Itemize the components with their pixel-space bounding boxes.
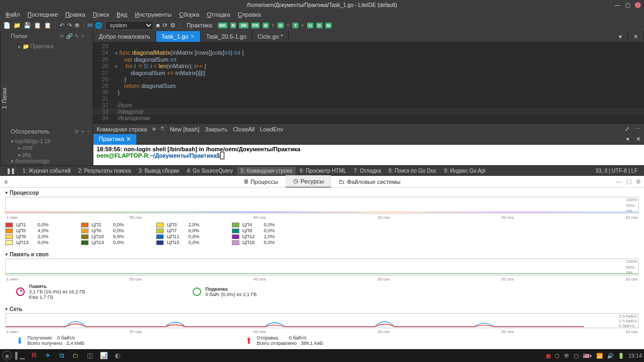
- tree-item[interactable]: ▸ cmd: [11, 144, 90, 151]
- vscode-icon[interactable]: ⧉: [56, 351, 68, 360]
- sm-tab-filesystems[interactable]: 🗀 Файловые системы: [331, 176, 408, 187]
- edit-icon[interactable]: ✎: [75, 33, 79, 39]
- sync2-icon[interactable]: ⟳: [75, 129, 79, 135]
- lang-icon[interactable]: 🇺🇸▾: [583, 353, 592, 359]
- mem-header[interactable]: Память и своп: [5, 250, 639, 258]
- liteide-icon[interactable]: ◫: [84, 351, 96, 360]
- settings-icon[interactable]: ✻: [75, 22, 79, 29]
- sm-tab-resources[interactable]: ◷ Ресурсы: [286, 175, 331, 188]
- menu-file[interactable]: Файл: [2, 10, 23, 19]
- proc-header[interactable]: Процессор: [5, 189, 639, 197]
- menu-recent[interactable]: Последние: [24, 10, 61, 19]
- menu-debug[interactable]: Отладка: [203, 10, 233, 19]
- copy-icon[interactable]: 📋: [34, 22, 41, 29]
- updates-icon[interactable]: ⬡: [555, 353, 560, 359]
- tab-welcome[interactable]: Добро пожаловать: [93, 31, 156, 42]
- app-icon[interactable]: ◐: [112, 351, 123, 360]
- telegram-icon[interactable]: ✈: [42, 351, 54, 360]
- bottom-tab[interactable]: 4: Go SourceQuery: [184, 167, 236, 175]
- sm-tab-processes[interactable]: ≣ Процессы: [236, 176, 286, 187]
- sm-menu-icon[interactable]: ≡: [4, 179, 8, 185]
- sm-close-icon[interactable]: ⊗: [636, 178, 641, 185]
- build-icon[interactable]: ⚙: [170, 22, 175, 29]
- menu-edit[interactable]: Правка: [62, 10, 89, 19]
- stop-icon[interactable]: ■: [156, 22, 160, 28]
- files-icon[interactable]: 🗀: [70, 351, 82, 360]
- tree-item[interactable]: ▸ pkg: [11, 151, 90, 158]
- undo-icon[interactable]: ↶: [60, 22, 64, 29]
- sync-icon[interactable]: ⟳: [60, 33, 64, 39]
- monitor-icon[interactable]: 📊: [98, 351, 109, 360]
- add-icon[interactable]: +: [81, 33, 84, 39]
- tab-close-all-icon[interactable]: ✕: [628, 31, 644, 42]
- bottom-tab[interactable]: 2: Результаты поиска: [75, 167, 134, 175]
- tab-task20[interactable]: Task_20.5-1.go: [201, 31, 252, 42]
- badge-m[interactable]: M: [325, 23, 332, 28]
- cmd-new[interactable]: New [bash]: [170, 126, 200, 132]
- bottom-tab[interactable]: 5: Командная строка: [237, 167, 295, 175]
- net-header[interactable]: Сеть: [5, 305, 639, 313]
- remove2-icon[interactable]: −: [86, 129, 90, 135]
- clock[interactable]: 19:14: [628, 353, 642, 359]
- cmd-closeall[interactable]: CloseAll: [233, 126, 254, 132]
- maximize-icon[interactable]: ▢: [625, 2, 631, 8]
- tray-icon[interactable]: ▦: [546, 353, 551, 359]
- paste-icon[interactable]: 📋: [44, 22, 52, 29]
- close-tab-icon[interactable]: ✕: [191, 34, 195, 39]
- badge-d[interactable]: D: [316, 23, 323, 28]
- badge-fr[interactable]: FR: [251, 23, 260, 28]
- bottom-tab[interactable]: 3: Вывод сборки: [135, 167, 182, 175]
- battery-icon[interactable]: 🔋: [618, 353, 624, 359]
- display-icon[interactable]: ▢: [574, 353, 579, 359]
- redo-icon[interactable]: ↷: [67, 22, 72, 29]
- start-menu-icon[interactable]: ◉: [2, 351, 12, 360]
- bottom-tab[interactable]: 9: Индекс Go Api: [441, 167, 489, 175]
- close-term-icon[interactable]: ✕: [126, 136, 131, 142]
- menu-help[interactable]: Справка: [235, 10, 264, 19]
- menu-build[interactable]: Сборка: [176, 10, 203, 19]
- term-tab[interactable]: Практика ✕: [93, 134, 136, 145]
- filter-icon[interactable]: ⚗: [159, 125, 165, 132]
- stop2-icon[interactable]: ■: [152, 125, 156, 132]
- pause-icon[interactable]: ❚❚: [3, 167, 18, 175]
- bottom-tab[interactable]: 8: Поиск по Go Doc: [385, 167, 440, 175]
- badge-r[interactable]: R: [230, 23, 237, 28]
- cmd-close[interactable]: Закрыть: [205, 126, 228, 132]
- reload-icon[interactable]: ⟳: [163, 22, 167, 29]
- code-editor[interactable]: 23 24 ◂ func diagonalMatrix(inMatrix [ro…: [93, 42, 644, 123]
- tree-item[interactable]: ▾ /usr/lib/go-1.18: [11, 138, 90, 144]
- shield-icon[interactable]: ⛨: [564, 353, 569, 359]
- expand-icon[interactable]: ⤢: [625, 125, 630, 132]
- tree-item[interactable]: ▾ /home/oem/go: [11, 158, 90, 164]
- badge-t[interactable]: T: [292, 23, 298, 28]
- open-icon[interactable]: 📁: [13, 22, 21, 29]
- bottom-tab[interactable]: 6: Просмотр HTML: [297, 167, 350, 175]
- badge-g[interactable]: G: [277, 23, 284, 28]
- bottom-tab[interactable]: 1: Журнал событий: [19, 167, 74, 175]
- term-dropdown-icon[interactable]: ▾: [623, 134, 633, 145]
- env-select[interactable]: system: [105, 21, 153, 30]
- tab-dropdown-icon[interactable]: ▾: [613, 31, 628, 42]
- remove-icon[interactable]: −: [86, 33, 90, 39]
- new-file-icon[interactable]: 📄: [3, 22, 11, 29]
- menu-search[interactable]: Поиск: [90, 10, 112, 19]
- sm-min-icon[interactable]: —: [616, 178, 622, 185]
- menu-view[interactable]: Вид: [113, 10, 130, 19]
- network-icon[interactable]: 📶: [596, 353, 603, 359]
- terminal-app-icon[interactable]: ▌▁: [14, 351, 26, 360]
- save-icon[interactable]: 💾: [24, 22, 31, 29]
- badge-u[interactable]: U: [307, 23, 313, 28]
- mail-icon[interactable]: ✉: [87, 22, 92, 29]
- badge-sr[interactable]: SR: [239, 23, 248, 28]
- cmd-loadenv[interactable]: LoadEnv: [260, 126, 283, 132]
- term-close-icon[interactable]: ✕: [633, 134, 644, 145]
- link-icon[interactable]: 🔗: [66, 33, 72, 39]
- volume-icon[interactable]: 🔊: [607, 353, 613, 359]
- badge-b[interactable]: B: [262, 23, 269, 28]
- folder-item[interactable]: ▸ 📁 Практика: [11, 43, 90, 50]
- bottom-tab[interactable]: 7: Отладка: [350, 167, 384, 175]
- browser-icon[interactable]: 🌐: [95, 22, 103, 29]
- vtab-folders[interactable]: 1: Папки: [2, 87, 8, 108]
- yandex-icon[interactable]: Я: [28, 351, 40, 360]
- badge-br[interactable]: BR: [218, 23, 228, 28]
